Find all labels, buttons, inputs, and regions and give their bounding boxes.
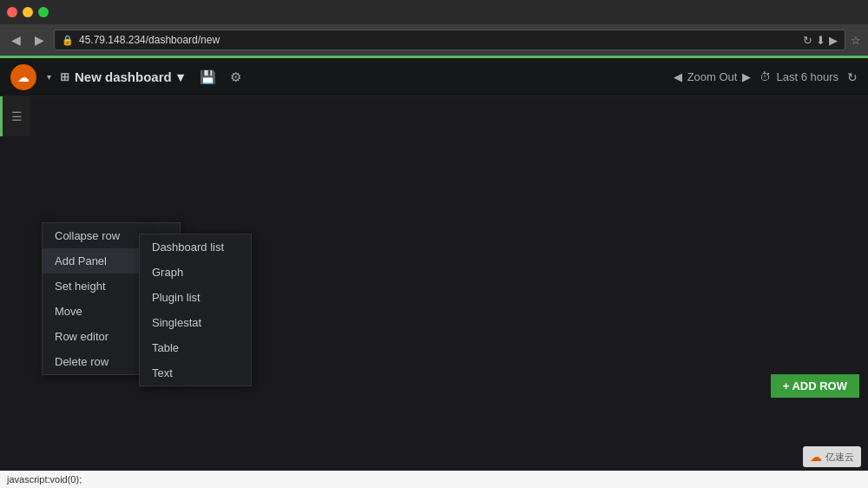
add-row-button[interactable]: + ADD ROW bbox=[771, 374, 859, 398]
submenu-item-plugin-list[interactable]: Plugin list bbox=[140, 285, 251, 310]
zoom-out-label[interactable]: Zoom Out bbox=[687, 70, 738, 83]
submenu-item-table[interactable]: Table bbox=[140, 335, 251, 360]
url-text: 45.79.148.234/dashboard/new bbox=[79, 34, 798, 46]
watermark-text: 亿速云 bbox=[825, 451, 854, 464]
row-handle[interactable]: ☰ bbox=[3, 96, 30, 136]
submenu-item-text[interactable]: Text bbox=[140, 360, 251, 386]
submenu: Dashboard list Graph Plugin list Singles… bbox=[139, 234, 252, 386]
url-actions: ↻ ⬇ ▶ bbox=[803, 34, 838, 47]
status-text: javascript:void(0); bbox=[7, 474, 82, 485]
download-button[interactable]: ⬇ bbox=[816, 34, 825, 47]
submenu-item-dashboard-list[interactable]: Dashboard list bbox=[140, 234, 251, 260]
dashboard-title-text: New dashboard bbox=[75, 69, 172, 84]
dashboard-title[interactable]: ⊞ New dashboard ▾ bbox=[60, 69, 184, 85]
hamburger-icon: ☰ bbox=[11, 109, 23, 123]
browser-nav: ◀ ▶ 🔒 45.79.148.234/dashboard/new ↻ ⬇ ▶ … bbox=[0, 24, 868, 56]
watermark: ☁ 亿速云 bbox=[803, 446, 861, 467]
dashboard-area: ☰ Collapse row Add Panel ▶ Set height ▶ … bbox=[0, 96, 868, 488]
submenu-item-graph[interactable]: Graph bbox=[140, 260, 251, 285]
expand-button[interactable]: ▶ bbox=[829, 34, 838, 47]
time-range[interactable]: ⏱ Last 6 hours bbox=[760, 70, 838, 83]
dashboard-title-arrow: ▾ bbox=[177, 69, 184, 85]
status-bar: javascript:void(0); bbox=[0, 471, 868, 488]
set-height-label: Set height bbox=[55, 280, 106, 293]
zoom-controls: ◀ Zoom Out ▶ bbox=[674, 70, 752, 83]
row-editor-label: Row editor bbox=[55, 330, 108, 343]
dashboard-row: ☰ bbox=[0, 96, 868, 136]
nav-extra: ☆ bbox=[851, 34, 861, 47]
time-range-icon: ⏱ bbox=[760, 70, 771, 83]
logo-icon: ☁ bbox=[17, 70, 30, 84]
time-range-label: Last 6 hours bbox=[776, 70, 838, 83]
refresh-url-button[interactable]: ↻ bbox=[803, 34, 812, 47]
bookmark-button[interactable]: ☆ bbox=[851, 34, 861, 47]
lock-icon: 🔒 bbox=[62, 35, 74, 46]
logo-dropdown-arrow[interactable]: ▾ bbox=[47, 72, 51, 82]
delete-row-label: Delete row bbox=[55, 355, 108, 368]
forward-button[interactable]: ▶ bbox=[30, 31, 49, 49]
zoom-next-button[interactable]: ▶ bbox=[742, 70, 751, 83]
submenu-item-singlestat[interactable]: Singlestat bbox=[140, 310, 251, 335]
minimize-btn[interactable] bbox=[23, 7, 33, 17]
header-actions: 💾 ⚙ bbox=[196, 66, 245, 89]
collapse-row-label: Collapse row bbox=[55, 229, 120, 242]
maximize-btn[interactable] bbox=[38, 7, 49, 17]
back-button[interactable]: ◀ bbox=[7, 31, 25, 49]
browser-chrome: ◀ ▶ 🔒 45.79.148.234/dashboard/new ↻ ⬇ ▶ … bbox=[0, 0, 868, 56]
browser-titlebar bbox=[0, 0, 868, 24]
app-header: ☁ ▾ ⊞ New dashboard ▾ 💾 ⚙ ◀ Zoom Out ▶ ⏱… bbox=[0, 58, 868, 96]
add-panel-label: Add Panel bbox=[55, 254, 107, 267]
save-button[interactable]: 💾 bbox=[196, 66, 220, 89]
logo-button[interactable]: ☁ bbox=[10, 64, 36, 90]
settings-button[interactable]: ⚙ bbox=[227, 66, 245, 89]
move-label: Move bbox=[55, 305, 82, 318]
dashboard-grid-icon: ⊞ bbox=[60, 70, 69, 83]
watermark-icon: ☁ bbox=[810, 450, 822, 464]
zoom-prev-button[interactable]: ◀ bbox=[674, 70, 682, 83]
url-bar[interactable]: 🔒 45.79.148.234/dashboard/new ↻ ⬇ ▶ bbox=[54, 30, 845, 50]
close-btn[interactable] bbox=[7, 7, 17, 17]
refresh-button[interactable]: ↻ bbox=[847, 70, 858, 84]
app-container: ☁ ▾ ⊞ New dashboard ▾ 💾 ⚙ ◀ Zoom Out ▶ ⏱… bbox=[0, 56, 868, 488]
